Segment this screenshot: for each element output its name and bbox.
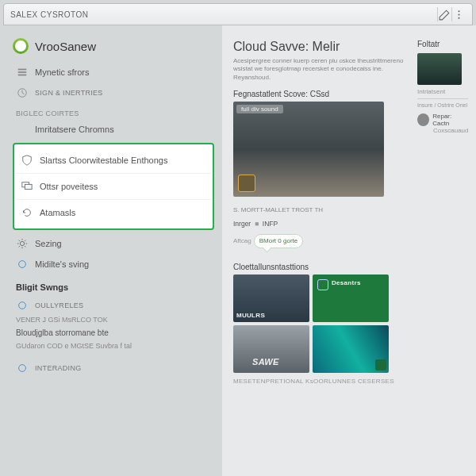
- game-thumbnail[interactable]: Desantrs: [313, 274, 389, 322]
- monitor-icon: [21, 180, 33, 193]
- svg-point-1: [458, 13, 459, 15]
- section-header: Bligit Swngs: [16, 282, 211, 292]
- right-caption: Intriatsent: [417, 88, 468, 95]
- thumbnail-grid: MUULRS Desantrs SAWE: [233, 274, 392, 373]
- section-title: Cloettallunsntasttions: [233, 263, 413, 271]
- dot-icon: [16, 299, 29, 312]
- sidebar: VrooSanew Mynetic sfrors SIGN & INERTRIE…: [0, 25, 222, 476]
- group-label: BIGLEC COIRTES: [16, 109, 211, 117]
- blank-icon: [16, 123, 29, 136]
- attach-row: Aftcag BMort 0 gorte: [233, 231, 413, 248]
- footer-line: VENER J GSi MsRLCO TOK: [16, 316, 211, 324]
- meta-value: INFP: [263, 220, 278, 228]
- brand-name: VrooSanew: [35, 40, 96, 53]
- svg-point-12: [19, 365, 26, 372]
- right-header: Foltatr: [417, 40, 468, 48]
- window-title: SALEX CYSROTON: [10, 10, 437, 19]
- dot-icon: [16, 362, 29, 374]
- sidebar-item-label: Sezing: [35, 239, 62, 248]
- svg-point-10: [19, 261, 26, 268]
- sidebar-item-oully[interactable]: OULLYRELES: [13, 295, 214, 316]
- mini-badge-icon: [375, 359, 386, 370]
- right-item-sub: Coxscauaud: [433, 127, 468, 134]
- sidebar-item-monitor[interactable]: Ottsr poveitess: [16, 174, 211, 200]
- title-bar: SALEX CYSROTON: [3, 3, 473, 25]
- sidebar-item-label: INTERADING: [35, 364, 82, 372]
- lock-icon: [317, 279, 328, 290]
- svg-point-11: [19, 302, 26, 309]
- hero-badge-icon: [238, 175, 255, 192]
- bottom-caption: MESETENPRETIONAL KsOORLUNNES CESERSES: [233, 378, 413, 385]
- circle-icon: [16, 258, 29, 271]
- clock-icon: [16, 86, 29, 99]
- right-thumbnail[interactable]: [417, 53, 462, 85]
- page-title: Cloud Savve: Melir: [233, 40, 413, 54]
- sidebar-item-refresh[interactable]: Atamasls: [16, 200, 211, 225]
- meta-sep: ■: [255, 220, 259, 228]
- sidebar-item-sezing[interactable]: Sezing: [13, 233, 214, 254]
- hero-image[interactable]: full div sound: [233, 102, 384, 197]
- hero-tag: full div sound: [236, 105, 283, 113]
- svg-point-2: [458, 17, 459, 18]
- edit-icon[interactable]: [437, 7, 451, 21]
- sidebar-item-label: OULLYRELES: [35, 301, 83, 309]
- content-main: Cloud Savve: Melir Acesipergree conner k…: [233, 40, 413, 468]
- content-area: Cloud Savve: Melir Acesipergree conner k…: [222, 25, 476, 476]
- svg-rect-8: [25, 184, 32, 189]
- sidebar-item-midilte[interactable]: Midilte's sving: [13, 254, 214, 274]
- thumb-caption: Desantrs: [332, 279, 361, 286]
- meta-row: Inrger ■ INFP: [233, 220, 413, 228]
- svg-rect-3: [18, 69, 27, 71]
- right-column: Foltatr Intriatsent Insure / Ostrire One…: [413, 40, 468, 468]
- footer-line: Bloudjglba storromane bte: [16, 328, 211, 337]
- divider: [417, 98, 468, 99]
- svg-point-0: [458, 10, 459, 12]
- avatar-icon: [417, 113, 429, 126]
- sidebar-item-label: Mynetic sfrors: [35, 67, 89, 77]
- sidebar-item-imritat[interactable]: Imritatsere Chromns: [13, 119, 214, 140]
- subheading: Fegnastatlent Scove: CSsd: [233, 90, 413, 98]
- thumb-caption: MUULRS: [236, 312, 265, 319]
- game-thumbnail[interactable]: MUULRS: [233, 274, 309, 322]
- thumb-caption: SAWE: [252, 357, 279, 367]
- highlighted-group: Slartss Cloorwitestable Enthongs Ottsr p…: [13, 143, 214, 230]
- svg-point-9: [20, 241, 24, 245]
- right-item[interactable]: Repar: Cactn: [417, 113, 468, 127]
- sidebar-item-interading[interactable]: INTERADING: [13, 358, 214, 378]
- shield-icon: [21, 154, 33, 167]
- page-description: Acesipergree conner kuerp ceren plu oskc…: [233, 57, 413, 82]
- game-thumbnail[interactable]: SAWE: [233, 325, 309, 373]
- sidebar-item-label: Midilte's sving: [35, 259, 89, 269]
- svg-rect-5: [18, 75, 27, 76]
- caption: S. MORTT-MALLET TROST TH: [233, 206, 413, 213]
- sidebar-item-label: Ottsr poveitess: [40, 182, 98, 191]
- more-icon[interactable]: [451, 7, 466, 21]
- meta-label: Inrger: [233, 220, 251, 228]
- sidebar-item-label: Imritatsere Chromns: [35, 125, 114, 134]
- sidebar-item-label: SIGN & INERTRIES: [35, 89, 103, 97]
- right-meta: Insure / Ostrire Onel: [417, 102, 468, 108]
- right-item-label: Repar: Cactn: [432, 113, 468, 127]
- sidebar-item-sign[interactable]: SIGN & INERTRIES: [13, 83, 214, 103]
- gear-icon: [16, 237, 29, 250]
- svg-rect-4: [18, 71, 27, 73]
- main-layout: VrooSanew Mynetic sfrors SIGN & INERTRIE…: [0, 25, 476, 476]
- sidebar-item-label: Atamasls: [40, 208, 75, 217]
- xbox-logo-icon: [13, 38, 29, 54]
- game-thumbnail[interactable]: [313, 325, 389, 373]
- brand[interactable]: VrooSanew: [13, 38, 214, 54]
- attach-label: Aftcag: [233, 237, 251, 244]
- sidebar-item-label: Slartss Cloorwitestable Enthongs: [40, 155, 167, 165]
- refresh-icon: [21, 206, 33, 219]
- footer-line: GUdaron COD e MGtSE Suvbra f tal: [16, 342, 211, 350]
- stack-icon: [16, 66, 29, 79]
- sidebar-item-mynetic[interactable]: Mynetic sfrors: [13, 62, 214, 83]
- cloud-bubble[interactable]: BMort 0 gorte: [254, 234, 303, 248]
- sidebar-item-shield[interactable]: Slartss Cloorwitestable Enthongs: [16, 148, 211, 174]
